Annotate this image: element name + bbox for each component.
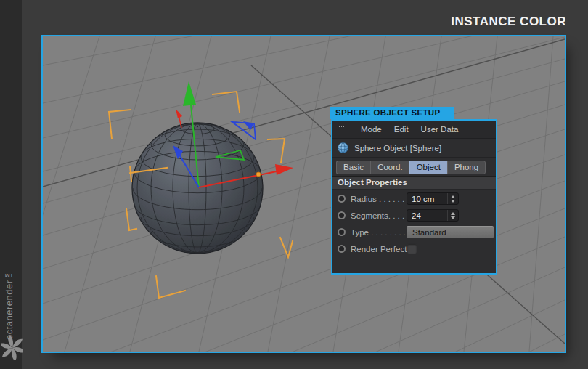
property-row-radius: Radius . . . . . . 10 cm — [332, 191, 496, 206]
section-header: Object Properties — [332, 176, 496, 190]
render-perfect-label: Render Perfect — [351, 245, 407, 254]
tab-phong[interactable]: Phong — [447, 161, 486, 174]
type-label: Type . . . . . . . . — [351, 228, 407, 237]
radius-input[interactable]: 10 cm — [407, 192, 459, 205]
segments-input[interactable]: 24 — [407, 209, 459, 222]
tab-object[interactable]: Object — [409, 161, 447, 174]
keyframe-ring-icon[interactable] — [338, 228, 346, 236]
attributes-panel: Mode Edit User Data Sphere Object [Spher… — [331, 119, 497, 275]
octane-logo-icon — [1, 336, 23, 360]
axis-x-arrow — [275, 164, 293, 175]
keyframe-ring-icon[interactable] — [338, 245, 346, 253]
axis-y-arrow — [183, 81, 196, 106]
tab-basic[interactable]: Basic — [336, 161, 370, 174]
radius-stepper-arrows[interactable] — [447, 193, 458, 204]
type-dropdown[interactable]: Standard — [407, 226, 494, 238]
property-row-type: Type . . . . . . . . Standard — [332, 224, 496, 240]
menu-item-edit[interactable]: Edit — [394, 125, 409, 134]
panel-title-tag: SPHERE OBJECT SETUP — [330, 107, 454, 119]
segments-label: Segments. . . . — [351, 211, 407, 220]
property-row-segments: Segments. . . . 24 — [332, 208, 496, 223]
brand-watermark: octanerender™ — [4, 240, 15, 340]
segments-stepper-arrows[interactable] — [447, 210, 458, 221]
panel-menubar: Mode Edit User Data — [332, 121, 496, 139]
page-title: INSTANCE COLOR — [451, 15, 566, 29]
menu-item-mode[interactable]: Mode — [361, 125, 382, 134]
object-header-row[interactable]: Sphere Object [Sphere] — [332, 139, 496, 158]
drag-grip-icon[interactable] — [338, 126, 348, 133]
panel-tabs: Basic Coord. Object Phong — [332, 158, 496, 176]
octane-tutorial-slide: { "header": { "title": "INSTANCE COLOR" … — [0, 0, 588, 369]
keyframe-ring-icon[interactable] — [338, 195, 346, 203]
radius-label: Radius . . . . . . — [351, 195, 407, 203]
object-name: Sphere Object [Sphere] — [354, 144, 441, 153]
sphere-object-icon — [338, 142, 348, 153]
property-row-render-perfect: Render Perfect — [332, 241, 496, 256]
axis-x-grab-point — [256, 172, 261, 177]
menu-item-user-data[interactable]: User Data — [421, 125, 459, 134]
tab-coord[interactable]: Coord. — [370, 161, 409, 174]
render-perfect-checkbox[interactable] — [407, 243, 417, 254]
keyframe-ring-icon[interactable] — [338, 211, 346, 219]
sphere-object[interactable] — [132, 123, 263, 254]
